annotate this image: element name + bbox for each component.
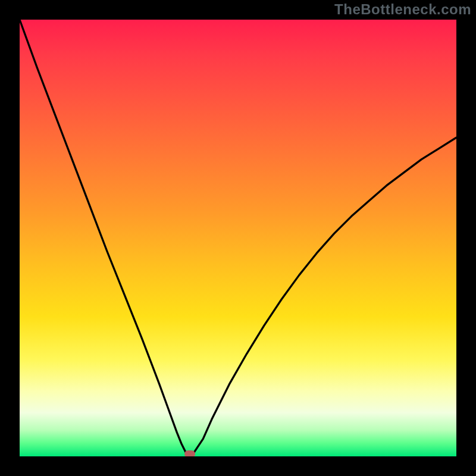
curve-svg — [20, 20, 456, 456]
watermark-label: TheBottleneck.com — [334, 1, 471, 18]
plot-area — [20, 20, 456, 456]
curve-path — [20, 20, 456, 454]
marker-dot — [184, 450, 195, 456]
chart-frame: TheBottleneck.com — [0, 0, 476, 476]
